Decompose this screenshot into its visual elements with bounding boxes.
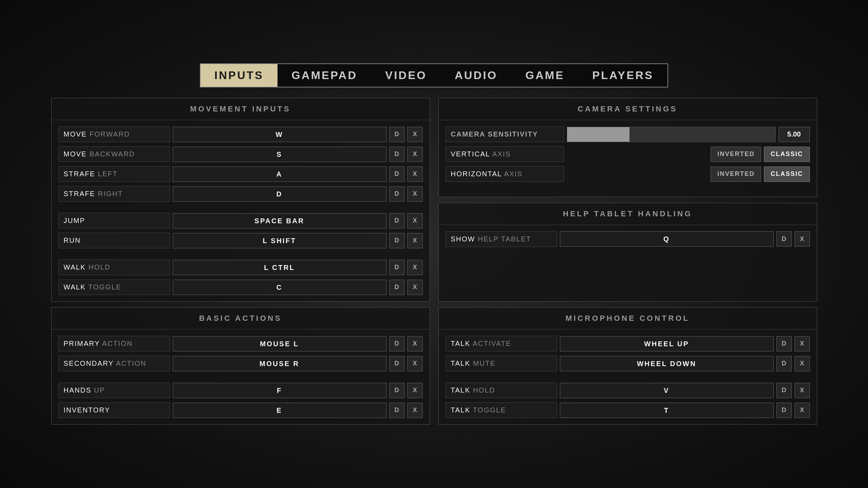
left-column: MOVEMENT INPUTS MOVE FORWARD W D X [51, 98, 430, 425]
tab-gamepad[interactable]: GAMEPAD [277, 64, 371, 87]
strafe-right-key[interactable]: D [173, 186, 386, 202]
jump-primary: JUMP [64, 217, 85, 224]
show-help-tablet-primary: SHOW [451, 235, 475, 243]
table-row: STRAFE RIGHT D D X [58, 186, 423, 202]
strafe-left-key[interactable]: A [173, 166, 386, 182]
vertical-axis-classic-button[interactable]: CLASSIC [764, 147, 810, 162]
strafe-right-x-button[interactable]: X [407, 186, 423, 202]
strafe-left-primary: STRAFE [64, 170, 95, 178]
talk-hold-x-button[interactable]: X [795, 383, 810, 398]
main-container: INPUTS GAMEPAD VIDEO AUDIO GAME PLAYERS … [51, 63, 817, 425]
table-row: STRAFE LEFT A D X [58, 166, 423, 182]
talk-mute-x-button[interactable]: X [795, 356, 810, 371]
jump-x-button[interactable]: X [407, 213, 423, 228]
vertical-axis-row: VERTICAL AXIS INVERTED CLASSIC [446, 146, 810, 162]
move-backward-key[interactable]: S [173, 147, 386, 162]
camera-settings-header: CAMERA SETTINGS [439, 98, 817, 120]
walk-hold-d-button[interactable]: D [389, 260, 405, 275]
talk-hold-d-button[interactable]: D [776, 383, 792, 398]
move-forward-key[interactable]: W [173, 127, 386, 142]
horizontal-axis-inverted-button[interactable]: INVERTED [711, 166, 761, 182]
primary-action-d-button[interactable]: D [389, 336, 405, 351]
primary-action-key[interactable]: MOUSE L [173, 336, 386, 351]
jump-key[interactable]: SPACE BAR [173, 213, 386, 228]
secondary-action-x-button[interactable]: X [407, 356, 423, 371]
move-forward-d-button[interactable]: D [389, 127, 405, 142]
table-row: SECONDARY ACTION MOUSE R D X [58, 356, 423, 371]
walk-toggle-d-button[interactable]: D [389, 280, 405, 295]
primary-action-x-button[interactable]: X [407, 336, 423, 351]
move-forward-label: MOVE FORWARD [58, 126, 170, 142]
movement-inputs-body: MOVE FORWARD W D X MOVE BACKWARD S [52, 120, 430, 301]
table-row: TALK HOLD V D X [446, 382, 810, 398]
table-row: HANDS UP F D X [58, 382, 423, 398]
nav-tabs: INPUTS GAMEPAD VIDEO AUDIO GAME PLAYERS [200, 63, 668, 87]
move-backward-d-button[interactable]: D [389, 147, 405, 162]
inventory-x-button[interactable]: X [407, 403, 423, 418]
horizontal-axis-classic-button[interactable]: CLASSIC [764, 166, 810, 182]
camera-sensitivity-value[interactable]: 5.00 [779, 127, 810, 142]
hands-up-d-button[interactable]: D [389, 383, 405, 398]
tab-game[interactable]: GAME [511, 64, 578, 87]
talk-toggle-x-button[interactable]: X [795, 403, 810, 418]
jump-label: JUMP [58, 213, 170, 228]
talk-toggle-key[interactable]: T [560, 403, 774, 418]
inventory-primary: INVENTORY [64, 406, 110, 414]
show-help-tablet-x-button[interactable]: X [795, 231, 810, 247]
show-help-tablet-key[interactable]: Q [560, 231, 774, 247]
talk-hold-key[interactable]: V [560, 383, 774, 398]
horizontal-axis-label: HORIZONTAL AXIS [446, 166, 564, 182]
move-forward-x-button[interactable]: X [407, 127, 423, 142]
strafe-left-d-button[interactable]: D [389, 166, 405, 182]
walk-toggle-x-button[interactable]: X [407, 280, 423, 295]
talk-activate-primary: TALK [451, 340, 471, 347]
tab-audio[interactable]: AUDIO [441, 64, 511, 87]
walk-hold-key[interactable]: L CTRL [173, 260, 386, 275]
table-row: TALK ACTIVATE WHEEL UP D X [446, 336, 810, 351]
secondary-action-key[interactable]: MOUSE R [173, 356, 386, 371]
walk-toggle-key[interactable]: C [173, 280, 386, 295]
inventory-key[interactable]: E [173, 403, 386, 418]
talk-activate-d-button[interactable]: D [776, 336, 792, 351]
talk-activate-label: TALK ACTIVATE [446, 336, 557, 351]
camera-sensitivity-slider[interactable] [567, 127, 776, 142]
camera-settings-body: CAMERA SENSITIVITY 5.00 VERTICAL AXIS [439, 120, 817, 188]
microphone-control-header: MICROPHONE CONTROL [439, 308, 817, 330]
run-d-button[interactable]: D [389, 233, 405, 248]
talk-toggle-d-button[interactable]: D [776, 403, 792, 418]
talk-activate-x-button[interactable]: X [795, 336, 810, 351]
move-backward-x-button[interactable]: X [407, 147, 423, 162]
tab-players[interactable]: PLAYERS [578, 64, 667, 87]
talk-activate-key[interactable]: WHEEL UP [560, 336, 774, 351]
talk-mute-primary: TALK [451, 359, 471, 367]
slider-fill [567, 127, 630, 142]
talk-mute-d-button[interactable]: D [776, 356, 792, 371]
talk-hold-primary: TALK [451, 386, 471, 394]
basic-actions-header: BASIC ACTIONS [52, 308, 430, 330]
run-key[interactable]: L SHIFT [173, 233, 386, 248]
walk-hold-x-button[interactable]: X [407, 260, 423, 275]
vertical-axis-inverted-button[interactable]: INVERTED [711, 147, 761, 162]
table-row: MOVE BACKWARD S D X [58, 146, 423, 162]
show-help-tablet-d-button[interactable]: D [776, 231, 792, 247]
tab-inputs[interactable]: INPUTS [201, 64, 277, 87]
secondary-action-d-button[interactable]: D [389, 356, 405, 371]
jump-d-button[interactable]: D [389, 213, 405, 228]
hands-up-label: HANDS UP [58, 382, 170, 398]
horizontal-axis-row: HORIZONTAL AXIS INVERTED CLASSIC [446, 166, 810, 182]
hands-up-key[interactable]: F [173, 383, 386, 398]
strafe-right-d-button[interactable]: D [389, 186, 405, 202]
talk-mute-key[interactable]: WHEEL DOWN [560, 356, 774, 371]
talk-hold-label: TALK HOLD [446, 382, 557, 398]
show-help-tablet-label: SHOW HELP TABLET [446, 231, 557, 247]
table-row: TALK MUTE WHEEL DOWN D X [446, 356, 810, 371]
tab-video[interactable]: VIDEO [371, 64, 441, 87]
run-x-button[interactable]: X [407, 233, 423, 248]
inventory-d-button[interactable]: D [389, 403, 405, 418]
hands-up-x-button[interactable]: X [407, 383, 423, 398]
walk-hold-primary: WALK [64, 263, 86, 271]
strafe-left-x-button[interactable]: X [407, 166, 423, 182]
table-row: RUN L SHIFT D X [58, 233, 423, 248]
talk-toggle-label: TALK TOGGLE [446, 402, 557, 418]
table-row: TALK TOGGLE T D X [446, 402, 810, 418]
